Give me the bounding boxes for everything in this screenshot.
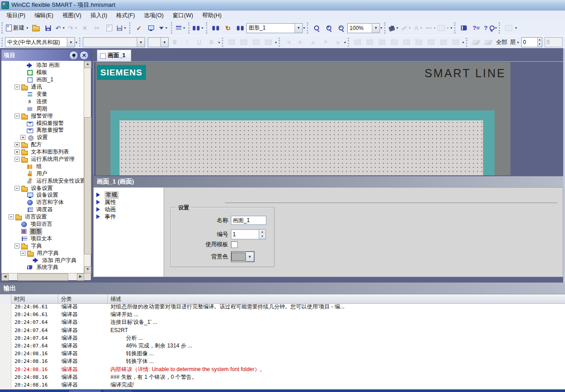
tree-expander-minus-icon[interactable]: −: [20, 251, 25, 256]
cut-button[interactable]: ✂: [91, 23, 103, 34]
help-index-button[interactable]: ?≡: [470, 23, 482, 34]
tree-item[interactable]: −运行系统用户管理: [1, 156, 84, 163]
number-input[interactable]: [231, 230, 259, 239]
fill-color-button[interactable]: ▾: [388, 23, 400, 34]
layer-spinner-input[interactable]: [522, 38, 537, 47]
paste-button[interactable]: ▾: [115, 23, 128, 34]
layer-spinner-buttons[interactable]: ▲▼: [537, 38, 542, 47]
tree-item[interactable]: +配方: [1, 141, 84, 149]
toolbar-grip[interactable]: [1, 38, 4, 47]
tree-expander-minus-icon[interactable]: −: [9, 214, 14, 219]
align-left-button[interactable]: [351, 38, 364, 47]
layer-caret[interactable]: ▾: [517, 40, 520, 45]
help-search-button[interactable]: ?: [482, 23, 495, 34]
tree-item[interactable]: −设备设置: [1, 184, 84, 192]
taskbar-button-segment[interactable]: [104, 390, 132, 392]
number-spin-up-icon[interactable]: ▲: [259, 230, 265, 234]
tree-item[interactable]: 图形: [1, 228, 84, 235]
layer-spin-down-icon[interactable]: ▼: [538, 42, 542, 47]
vertical-scroll-thumb[interactable]: [84, 117, 91, 254]
tree-expander-plus-icon[interactable]: +: [20, 135, 25, 140]
group-button[interactable]: [225, 38, 238, 47]
tree-item[interactable]: 语言和字体: [1, 199, 84, 206]
output-row[interactable]: 20:24:08.16编译器内部错误（详情: Unable to determi…: [0, 366, 565, 373]
align-top-button[interactable]: [388, 38, 400, 47]
font-color-button[interactable]: A▾: [412, 23, 425, 34]
send-backward-button[interactable]: [482, 38, 494, 47]
redo-button[interactable]: ↷▾: [66, 23, 79, 34]
zoom-caret[interactable]: ▾: [380, 26, 383, 30]
tree-expander-minus-icon[interactable]: −: [15, 157, 20, 162]
toolbar-grip[interactable]: [348, 38, 350, 47]
windows-taskbar-edge[interactable]: [0, 389, 565, 392]
ungroup-button[interactable]: [238, 38, 250, 47]
flip-left-button[interactable]: [282, 38, 295, 47]
tree-item[interactable]: 项目语言: [1, 221, 84, 228]
toolbar-grip[interactable]: [466, 38, 468, 47]
tree-expander-minus-icon[interactable]: −: [15, 114, 20, 119]
output-row[interactable]: 20:24:06.61编译器编译开始 ...: [0, 311, 565, 318]
add-to-group-button[interactable]: [250, 38, 262, 47]
toolbar-grip[interactable]: [1, 22, 4, 34]
close-project-panel-button[interactable]: ✕: [80, 51, 89, 60]
brush-color-button[interactable]: ▾: [400, 23, 412, 34]
italic-button[interactable]: I: [181, 38, 193, 47]
toolbar-grip[interactable]: [279, 38, 281, 47]
open-button[interactable]: [30, 23, 42, 34]
tree-item[interactable]: 组: [1, 163, 84, 170]
toolbar-grip[interactable]: [499, 22, 501, 34]
tree-item[interactable]: 用户: [1, 170, 84, 177]
align-right-button[interactable]: [376, 38, 388, 47]
align-center-button[interactable]: [364, 38, 376, 47]
tree-item[interactable]: 模拟量报警: [1, 119, 84, 127]
tree-item[interactable]: 周期: [1, 105, 84, 112]
layer-spinner[interactable]: ▲▼: [521, 37, 542, 47]
menu-item-6[interactable]: 窗口(W): [168, 10, 198, 21]
list-transfer-button[interactable]: ▾: [175, 23, 187, 34]
tree-item[interactable]: 画面_1: [1, 76, 84, 84]
tree-item[interactable]: 连接: [1, 98, 84, 105]
background-color-swatch[interactable]: [231, 253, 246, 261]
save-button[interactable]: [42, 23, 54, 34]
tab-screen-1[interactable]: 画面_1: [97, 49, 131, 61]
toolbar-grip[interactable]: [206, 22, 208, 34]
menu-item-0[interactable]: 项目(P): [2, 10, 30, 21]
language-combobox[interactable]: 中文(中华人民共和国)▼: [5, 37, 75, 47]
generate-button[interactable]: [145, 23, 157, 34]
use-template-checkbox[interactable]: [231, 241, 238, 248]
strikethrough-button[interactable]: B: [205, 38, 218, 47]
copy-button[interactable]: [103, 23, 115, 34]
number-spin-down-icon[interactable]: ▼: [259, 234, 265, 239]
output-row[interactable]: 20:24:06.61编译器对组态所做的改动需要对项目进行完整编译。该过程可能需…: [0, 303, 565, 311]
tree-item[interactable]: 运行系统安全性设置: [1, 177, 84, 184]
tree-item[interactable]: +文本和图形列表: [1, 149, 84, 156]
rotate-180-button[interactable]: [331, 38, 344, 47]
tree-expander-plus-icon[interactable]: +: [15, 142, 20, 147]
number-spinner[interactable]: ▲▼: [231, 229, 266, 239]
fill-color-caret[interactable]: ▾: [396, 26, 399, 30]
menu-item-1[interactable]: 编辑(E): [30, 10, 58, 21]
output-row[interactable]: 20:24:07.64编译器连接目标'设备_1' ...: [0, 318, 565, 326]
layer-spin-up-icon[interactable]: ▲: [538, 38, 542, 42]
output-row[interactable]: 20:24:08.16编译器转换图像 ...: [0, 350, 565, 357]
tree-item[interactable]: −报警管理: [1, 112, 84, 119]
tree-item[interactable]: −语言设置: [1, 213, 84, 221]
output-row[interactable]: 20:24:08.16编译器转换字体 ...: [0, 357, 565, 365]
properties-tab-3[interactable]: 事件: [94, 213, 164, 220]
pin-button[interactable]: [69, 51, 78, 60]
tree-item[interactable]: −字典: [1, 242, 84, 249]
background-color-dropdown[interactable]: ▼: [246, 252, 254, 262]
find-replace-button[interactable]: ▾: [192, 23, 205, 34]
rotate-left-button[interactable]: [319, 38, 331, 47]
tree-expander-plus-icon[interactable]: +: [15, 149, 20, 154]
same-width-button[interactable]: [437, 38, 450, 47]
scroll-right-arrow-icon[interactable]: ▶: [77, 273, 84, 281]
toolbar-grip[interactable]: [307, 22, 309, 34]
zoom-combobox-dropdown[interactable]: ▼: [372, 24, 380, 33]
graphics-caret[interactable]: ▾: [303, 26, 305, 30]
title-bar[interactable]: WinCC flexible SMART - 项目.hmismart: [0, 0, 565, 10]
layer-label[interactable]: 层: [510, 39, 516, 46]
tree-item[interactable]: 设备设置: [1, 192, 84, 199]
line-style-button[interactable]: ▾: [425, 23, 437, 34]
output-row[interactable]: 20:24:08.16编译器编译完成!: [0, 381, 565, 389]
